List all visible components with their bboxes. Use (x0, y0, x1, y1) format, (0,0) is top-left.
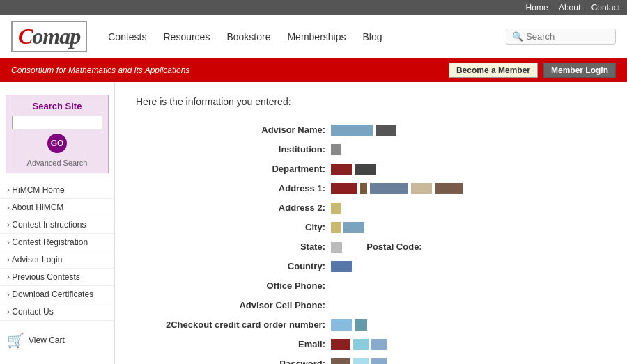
city-label: City: (150, 219, 331, 237)
redacted-block (331, 203, 341, 214)
redacted-block (355, 164, 376, 175)
address2-row: Address 2: (150, 199, 606, 217)
redacted-block (355, 319, 367, 331)
main-content: Here is the information you entered: Adv… (115, 82, 627, 364)
nav-memberships[interactable]: Memberships (287, 31, 346, 42)
search-site-input[interactable] (12, 116, 102, 129)
checkout-row: 2Checkout credit card order number: (150, 316, 606, 334)
redacted-block (411, 183, 432, 194)
department-label: Department: (150, 160, 331, 178)
state-row: State: Postal Code: (150, 238, 606, 256)
postal-code-label: Postal Code: (366, 238, 421, 256)
redacted-block (331, 339, 350, 350)
department-value (331, 164, 376, 175)
search-site-title: Search Site (12, 101, 102, 111)
password-value (331, 358, 387, 364)
redacted-block (371, 358, 387, 364)
email-label: Email: (150, 335, 331, 354)
redacted-block (376, 125, 396, 136)
member-login-button[interactable]: Member Login (543, 63, 616, 78)
search-site-box: Search Site GO Advanced Search (6, 95, 109, 173)
redacted-block (353, 358, 369, 364)
nav-bookstore[interactable]: Bookstore (226, 31, 270, 42)
search-box: 🔍 (506, 29, 616, 45)
address2-label: Address 2: (150, 199, 331, 217)
institution-value (331, 144, 341, 155)
state-label: State: (150, 238, 331, 256)
sidebar-item-contest-registration[interactable]: Contest Registration (0, 234, 114, 251)
info-table: Advisor Name: Institution: Department: (150, 121, 606, 364)
redacted-block (331, 358, 350, 364)
red-banner: Consortium for Mathematics and its Appli… (0, 58, 627, 82)
address2-value (331, 203, 341, 214)
redacted-block (370, 183, 408, 194)
redacted-block (331, 222, 341, 233)
intro-text: Here is the information you entered: (136, 96, 606, 107)
password-row: Password: (150, 355, 606, 364)
nav-contests[interactable]: Contests (108, 31, 146, 42)
logo: Comap (11, 21, 87, 52)
sidebar-item-contact-us[interactable]: Contact Us (0, 303, 114, 321)
cell-phone-row: Advisor Cell Phone: (150, 296, 606, 315)
go-button[interactable]: GO (47, 134, 67, 153)
office-phone-row: Office Phone: (150, 277, 606, 295)
cell-phone-label: Advisor Cell Phone: (150, 296, 331, 315)
redacted-block (331, 242, 342, 253)
sidebar-item-previous-contests[interactable]: Previous Contests (0, 269, 114, 286)
nav-blog[interactable]: Blog (362, 31, 382, 42)
country-row: Country: (150, 258, 606, 276)
redacted-block (331, 164, 352, 175)
password-label: Password: (150, 355, 331, 364)
office-phone-label: Office Phone: (150, 277, 331, 295)
advisor-name-label: Advisor Name: (150, 121, 331, 139)
main-nav: Contests Resources Bookstore Memberships… (108, 31, 506, 42)
advisor-name-value (331, 125, 396, 136)
redacted-block (435, 183, 463, 194)
address1-label: Address 1: (150, 180, 331, 198)
redacted-block (360, 183, 367, 194)
redacted-block (331, 319, 352, 331)
sidebar-nav: HiMCM Home About HiMCM Contest Instructi… (0, 182, 114, 321)
advisor-name-row: Advisor Name: (150, 121, 606, 139)
banner-buttons: Become a Member Member Login (449, 63, 616, 78)
institution-label: Institution: (150, 141, 331, 159)
country-value (331, 261, 352, 272)
view-cart[interactable]: 🛒 View Cart (0, 326, 114, 354)
city-value (331, 222, 364, 233)
redacted-block (331, 144, 341, 155)
view-cart-label: View Cart (29, 335, 65, 345)
department-row: Department: (150, 160, 606, 178)
redacted-block (343, 222, 364, 233)
top-bar: Home About Contact (0, 0, 627, 15)
country-label: Country: (150, 258, 331, 276)
redacted-block (331, 125, 373, 136)
sidebar-item-himcm-home[interactable]: HiMCM Home (0, 182, 114, 199)
email-value (331, 339, 387, 350)
sidebar-item-download-certificates[interactable]: Download Certificates (0, 286, 114, 303)
top-home-link[interactable]: Home (526, 3, 548, 13)
sidebar: Search Site GO Advanced Search HiMCM Hom… (0, 82, 115, 364)
redacted-block (331, 261, 352, 272)
sidebar-item-contest-instructions[interactable]: Contest Instructions (0, 216, 114, 234)
advanced-search-link[interactable]: Advanced Search (12, 159, 102, 167)
search-icon: 🔍 (512, 31, 523, 42)
city-row: City: (150, 219, 606, 237)
become-member-button[interactable]: Become a Member (449, 63, 538, 78)
checkout-label: 2Checkout credit card order number: (150, 316, 331, 334)
nav-resources[interactable]: Resources (163, 31, 210, 42)
top-about-link[interactable]: About (559, 3, 580, 13)
content-wrap: Search Site GO Advanced Search HiMCM Hom… (0, 82, 627, 364)
checkout-value (331, 319, 367, 331)
redacted-block (331, 183, 357, 194)
redacted-block (353, 339, 369, 350)
top-contact-link[interactable]: Contact (591, 3, 620, 13)
search-input[interactable] (526, 31, 610, 42)
sidebar-item-advisor-login[interactable]: Advisor Login (0, 251, 114, 269)
header: Comap Contests Resources Bookstore Membe… (0, 15, 627, 58)
institution-row: Institution: (150, 141, 606, 159)
email-row: Email: (150, 335, 606, 354)
cart-icon: 🛒 (7, 332, 24, 349)
state-value: Postal Code: (331, 238, 422, 256)
redacted-block (371, 339, 387, 350)
sidebar-item-about-himcm[interactable]: About HiMCM (0, 199, 114, 216)
